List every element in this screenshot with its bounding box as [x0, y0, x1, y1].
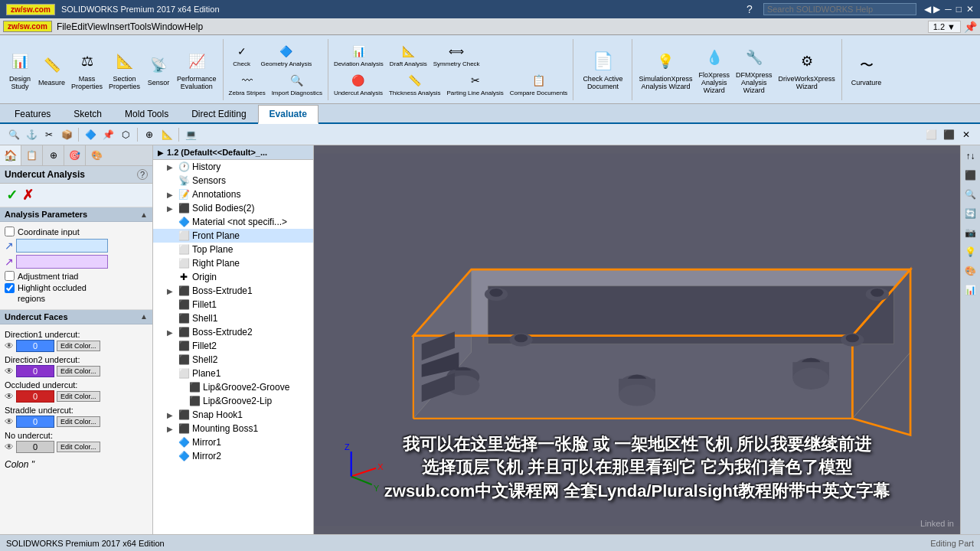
occluded-eye-icon[interactable]: 👁 — [5, 391, 14, 402]
cmd-hex-icon[interactable]: ⬡ — [118, 127, 133, 142]
dir2-eye-icon[interactable]: 👁 — [5, 366, 14, 377]
straddle-value-input[interactable] — [16, 416, 54, 428]
straddle-edit-color-btn[interactable]: Edit Color... — [57, 416, 100, 427]
tree-item-annotations[interactable]: ▶ 📝 Annotations — [153, 187, 313, 201]
tree-item-origin[interactable]: ✚ Origin — [153, 270, 313, 284]
tree-item-shell1[interactable]: ⬛ Shell1 — [153, 311, 313, 325]
help-btn[interactable]: ? — [743, 3, 756, 15]
panel-tab-home[interactable]: 🏠 — [0, 145, 21, 165]
symmetry-check-btn[interactable]: ⟺ Symmetry Check — [431, 41, 482, 68]
direction2-input[interactable] — [16, 255, 108, 269]
tree-item-boss-extrude1[interactable]: ▶ ⬛ Boss-Extrude1 — [153, 284, 313, 298]
dfm-xpress-btn[interactable]: 🔧 DFMXpressAnalysisWizard — [733, 44, 776, 96]
confirm-cancel-btn[interactable]: ✗ — [22, 187, 34, 204]
sensor-btn[interactable]: 📡 Sensor — [143, 51, 174, 88]
dir2-value-input[interactable] — [16, 365, 54, 377]
search-box[interactable] — [760, 3, 920, 15]
undercut-faces-header[interactable]: Undercut Faces ▲ — [0, 310, 152, 324]
zebra-stripes-btn[interactable]: 〰 Zebra Stripes — [227, 70, 268, 97]
rt-btn-2[interactable]: ⬛ — [962, 167, 979, 184]
rt-btn-5[interactable]: 📷 — [962, 224, 979, 241]
rt-btn-3[interactable]: 🔍 — [962, 186, 979, 203]
no-undercut-value-input[interactable] — [16, 441, 54, 453]
close-btn[interactable]: ✕ — [966, 4, 974, 15]
measure-btn[interactable]: 📏 Measure — [35, 51, 68, 88]
tree-item-material[interactable]: 🔷 Material <not specifi...> — [153, 215, 313, 229]
parting-line-btn[interactable]: ✂ Parting Line Analysis — [445, 70, 506, 97]
geom-analysis-btn[interactable]: 🔷 Geometry Analysis — [259, 41, 315, 68]
menu-help[interactable]: Help — [184, 21, 203, 32]
draft-analysis-btn[interactable]: 📐 Draft Analysis — [387, 41, 430, 68]
compare-docs-btn[interactable]: 📋 Compare Documents — [508, 70, 570, 97]
rt-btn-4[interactable]: 🔄 — [962, 205, 979, 222]
view-mode-close[interactable]: ✕ — [959, 127, 974, 142]
direction1-input[interactable] — [16, 239, 108, 253]
tab-direct-editing[interactable]: Direct Editing — [180, 105, 257, 122]
deviation-analysis-btn[interactable]: 📊 Deviation Analysis — [332, 41, 386, 68]
tab-sketch[interactable]: Sketch — [62, 105, 113, 122]
driveworks-btn[interactable]: ⚙ DriveWorksXpressWizard — [775, 47, 838, 92]
view-mode-1[interactable]: ⬜ — [923, 127, 939, 142]
undercut-analysis-btn[interactable]: 🔴 Undercut Analysis — [332, 70, 385, 97]
menu-window[interactable]: Window — [152, 21, 185, 32]
confirm-check-btn[interactable]: ✓ — [6, 187, 18, 204]
cmd-screen-icon[interactable]: 💻 — [183, 127, 198, 142]
version-display[interactable]: 1.2 ▼ — [928, 21, 961, 33]
cmd-box-icon[interactable]: 📦 — [59, 127, 74, 142]
no-undercut-edit-color-btn[interactable]: Edit Color... — [57, 442, 100, 452]
cmd-shape-icon[interactable]: 🔷 — [83, 127, 98, 142]
import-diag-btn[interactable]: 🔍 Import Diagnostics — [270, 70, 325, 97]
cmd-ruler-icon[interactable]: 📐 — [159, 127, 175, 142]
perf-eval-btn[interactable]: 📈 PerformanceEvaluation — [174, 47, 220, 92]
tree-expand-icon[interactable]: ▶ — [158, 148, 164, 157]
dir1-value-input[interactable] — [16, 340, 54, 352]
cmd-anchor-icon[interactable]: ⚓ — [24, 127, 39, 142]
check-btn[interactable]: ✓ Check — [227, 41, 257, 68]
undercut-faces-section[interactable]: Undercut Faces ▲ — [0, 310, 152, 324]
occluded-value-input[interactable] — [16, 390, 54, 403]
tab-evaluate[interactable]: Evaluate — [258, 105, 318, 124]
thickness-analysis-btn[interactable]: 📏 Thickness Analysis — [387, 70, 443, 97]
cmd-search-icon[interactable]: 🔍 — [6, 127, 21, 142]
tree-item-sensors[interactable]: 📡 Sensors — [153, 174, 313, 187]
undercut-faces-collapse[interactable]: ▲ — [140, 312, 148, 321]
tree-item-shell2[interactable]: ⬛ Shell2 — [153, 353, 313, 367]
tree-item-right-plane[interactable]: ⬜ Right Plane — [153, 256, 313, 270]
design-study-btn[interactable]: 📊 DesignStudy — [5, 47, 35, 92]
pin-icon[interactable]: 📌 — [964, 21, 977, 33]
tree-item-history[interactable]: ▶ 🕐 History — [153, 160, 313, 174]
tree-item-mirror1[interactable]: 🔷 Mirror1 — [153, 435, 313, 449]
panel-tab-2[interactable]: 📋 — [21, 145, 43, 165]
window-controls[interactable]: ? ◀ ▶ ─ □ ✕ — [743, 3, 974, 15]
mass-props-btn[interactable]: ⚖ MassProperties — [68, 47, 106, 92]
tree-item-snap-hook1[interactable]: ▶ ⬛ Snap Hook1 — [153, 408, 313, 422]
direction2-arrow-icon[interactable]: ↗ — [5, 256, 14, 268]
maximize-btn[interactable]: □ — [956, 4, 962, 15]
rt-btn-7[interactable]: 🎨 — [962, 262, 979, 279]
menu-insert[interactable]: Insert — [107, 21, 130, 32]
tree-item-front-plane[interactable]: ⬜ Front Plane — [153, 229, 313, 243]
panel-help-icon[interactable]: ? — [137, 169, 148, 180]
analysis-params-section[interactable]: Analysis Parameters ▲ — [0, 207, 152, 222]
panel-tab-4[interactable]: 🎯 — [64, 145, 86, 165]
rt-btn-1[interactable]: ↑↓ — [962, 148, 979, 165]
sim-xpress-btn[interactable]: 💡 SimulationXpressAnalysis Wizard — [635, 47, 695, 92]
cmd-circle-icon[interactable]: ⊕ — [142, 127, 157, 142]
check-active-btn[interactable]: 📄 Check ActiveDocument — [580, 47, 626, 92]
tab-features[interactable]: Features — [3, 105, 62, 122]
menu-view[interactable]: View — [87, 21, 107, 32]
nav-icon[interactable]: ◀ ▶ — [924, 4, 940, 15]
tree-item-lip-groove-lip[interactable]: ⬛ Lip&Groove2-Lip — [153, 394, 313, 408]
direction1-arrow-icon[interactable]: ↗ — [5, 240, 14, 252]
menu-edit[interactable]: Edit — [71, 21, 87, 32]
menu-file[interactable]: File — [57, 21, 71, 32]
tree-item-fillet1[interactable]: ⬛ Fillet1 — [153, 298, 313, 311]
curvature-btn[interactable]: 〜 Curvature — [848, 51, 885, 88]
cmd-cut-icon[interactable]: ✂ — [41, 127, 57, 142]
flo-xpress-btn[interactable]: 💧 FloXpressAnalysisWizard — [695, 44, 733, 96]
dir1-eye-icon[interactable]: 👁 — [5, 341, 14, 351]
tree-item-mounting-boss1[interactable]: ▶ ⬛ Mounting Boss1 — [153, 422, 313, 435]
analysis-params-header[interactable]: Analysis Parameters ▲ — [0, 207, 152, 222]
dir1-edit-color-btn[interactable]: Edit Color... — [57, 341, 100, 351]
dir2-edit-color-btn[interactable]: Edit Color... — [57, 366, 100, 377]
